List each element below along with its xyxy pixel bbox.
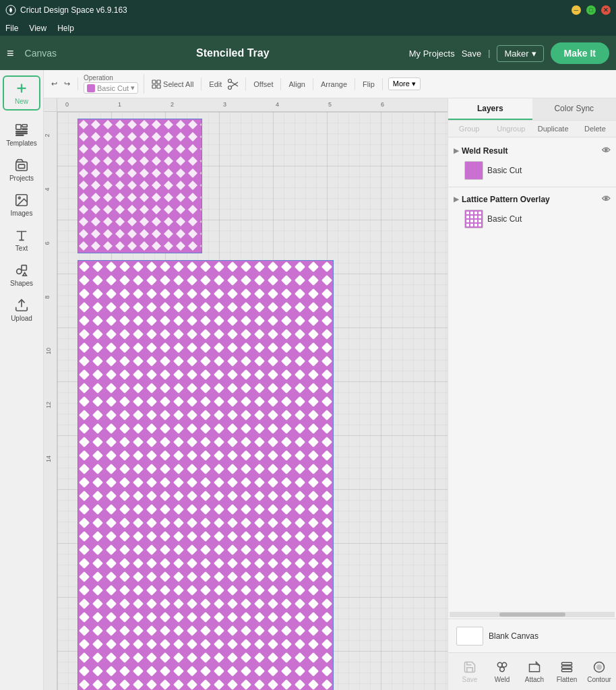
close-button[interactable]: ✕ bbox=[601, 5, 611, 15]
ruler-v-14: 14 bbox=[45, 456, 52, 462]
sidebar-images-label: Images bbox=[11, 210, 33, 217]
group-button[interactable]: Group bbox=[448, 121, 490, 137]
svg-rect-3 bbox=[16, 125, 21, 129]
lattice-thumbnail bbox=[464, 210, 483, 228]
canvas-wrapper: 0 1 2 3 4 5 6 2 4 6 8 bbox=[44, 98, 616, 690]
layer-group-weld-result-header[interactable]: ▶ Weld Result 👁 bbox=[448, 143, 616, 158]
svg-point-47 bbox=[502, 662, 507, 667]
scissors-icon bbox=[226, 77, 240, 91]
upload-icon bbox=[14, 298, 29, 313]
arrange-group: Arrange bbox=[319, 78, 355, 90]
basic-cut-selector[interactable]: Basic Cut ▾ bbox=[84, 82, 138, 94]
save-tool-icon bbox=[463, 660, 476, 674]
flip-button[interactable]: Flip bbox=[361, 78, 377, 90]
svg-rect-50 bbox=[562, 666, 572, 668]
minimize-button[interactable]: ─ bbox=[572, 5, 581, 15]
lattice-visibility-icon[interactable]: 👁 bbox=[602, 194, 611, 204]
layer-group-weld-result: ▶ Weld Result 👁 Basic Cut bbox=[448, 140, 616, 185]
menubar: File View Help bbox=[0, 20, 616, 36]
layer-actions: Group Ungroup Duplicate Delete bbox=[448, 121, 616, 137]
ruler-v-8: 8 bbox=[44, 295, 51, 299]
sidebar-text-label: Text bbox=[16, 245, 28, 252]
select-all-icon bbox=[152, 80, 161, 89]
content-area: ↩ ↪ Operation Basic Cut ▾ bbox=[44, 70, 616, 690]
svg-rect-6 bbox=[16, 131, 28, 132]
align-button[interactable]: Align bbox=[286, 78, 307, 90]
shapes-icon bbox=[14, 263, 29, 278]
arrange-button[interactable]: Arrange bbox=[319, 78, 349, 90]
contour-tool-button[interactable]: Contour bbox=[583, 658, 615, 686]
app-logo: Cricut Design Space v6.9.163 bbox=[5, 5, 127, 15]
canvas-preview-panel: Blank Canvas bbox=[448, 619, 616, 652]
sidebar-item-templates[interactable]: Templates bbox=[3, 119, 40, 151]
sidebar-item-text[interactable]: Text bbox=[3, 224, 40, 256]
sidebar-item-projects[interactable]: Projects bbox=[3, 154, 40, 186]
redo-button[interactable]: ↪ bbox=[62, 77, 72, 90]
svg-rect-14 bbox=[22, 265, 26, 270]
flatten-tool-button[interactable]: Flatten bbox=[551, 658, 583, 686]
right-panel: Layers Color Sync Group Ungroup Duplicat… bbox=[448, 98, 616, 690]
ruler-mark-0: 0 bbox=[65, 101, 69, 108]
project-title: Stenciled Tray bbox=[63, 47, 402, 59]
lattice-shape-large[interactable] bbox=[78, 260, 334, 690]
images-icon bbox=[14, 193, 29, 208]
ruler-top: 0 1 2 3 4 5 6 bbox=[57, 98, 448, 112]
canvas-label: Canvas bbox=[25, 48, 57, 59]
lattice-shape-small[interactable] bbox=[78, 119, 202, 253]
svg-rect-5 bbox=[22, 129, 27, 129]
svg-rect-51 bbox=[562, 669, 572, 671]
plus-icon bbox=[14, 81, 29, 96]
my-projects-button[interactable]: My Projects bbox=[409, 49, 455, 59]
small-lattice-svg bbox=[78, 119, 202, 253]
blank-canvas-preview bbox=[456, 627, 483, 646]
canvas-area[interactable] bbox=[57, 112, 448, 690]
layer-item-weld-basic-cut[interactable]: Basic Cut bbox=[448, 158, 616, 183]
tab-layers[interactable]: Layers bbox=[448, 98, 532, 120]
weld-tool-icon bbox=[495, 660, 509, 674]
duplicate-button[interactable]: Duplicate bbox=[532, 121, 574, 137]
svg-point-12 bbox=[18, 197, 20, 199]
weld-tool-button[interactable]: Weld bbox=[486, 658, 518, 686]
offset-button[interactable]: Offset bbox=[251, 78, 275, 90]
maximize-button[interactable]: □ bbox=[586, 5, 596, 15]
ruler-v-4: 4 bbox=[44, 187, 51, 191]
more-button[interactable]: More ▾ bbox=[388, 77, 421, 90]
select-all-button[interactable]: Select All bbox=[150, 77, 195, 91]
sidebar-item-upload[interactable]: Upload bbox=[3, 294, 40, 326]
weld-result-arrow: ▶ bbox=[454, 147, 459, 154]
header-divider: | bbox=[488, 49, 490, 58]
layers-scrollbar-thumb[interactable] bbox=[499, 613, 565, 617]
menu-file[interactable]: File bbox=[5, 24, 18, 33]
make-it-button[interactable]: Make It bbox=[551, 42, 609, 64]
attach-tool-button[interactable]: Attach bbox=[518, 658, 551, 686]
header-save-button[interactable]: Save bbox=[462, 49, 482, 59]
toolbar: ↩ ↪ Operation Basic Cut ▾ bbox=[44, 70, 616, 98]
svg-rect-16 bbox=[152, 80, 156, 84]
weld-result-visibility-icon[interactable]: 👁 bbox=[602, 146, 611, 156]
sidebar-item-new[interactable]: New bbox=[3, 75, 40, 111]
ruler-mark-6: 6 bbox=[381, 101, 384, 108]
sidebar-item-images[interactable]: Images bbox=[3, 189, 40, 221]
delete-button[interactable]: Delete bbox=[574, 121, 616, 137]
ruler-row: 0 1 2 3 4 5 6 bbox=[44, 98, 448, 112]
menu-help[interactable]: Help bbox=[57, 24, 74, 33]
svg-rect-19 bbox=[157, 85, 160, 88]
select-all-group: Select All bbox=[150, 77, 202, 91]
panel-tabs: Layers Color Sync bbox=[448, 98, 616, 121]
layer-item-lattice-basic-cut[interactable]: Basic Cut bbox=[448, 207, 616, 231]
svg-rect-4 bbox=[22, 125, 27, 127]
hamburger-menu-icon[interactable]: ≡ bbox=[7, 46, 14, 61]
lattice-arrow: ▶ bbox=[454, 195, 459, 203]
ruler-v-2: 2 bbox=[44, 133, 51, 137]
maker-button[interactable]: Maker ▾ bbox=[497, 45, 543, 62]
flatten-tool-icon bbox=[560, 660, 574, 674]
edit-button[interactable]: Edit bbox=[207, 78, 224, 90]
undo-button[interactable]: ↩ bbox=[49, 77, 59, 90]
svg-point-46 bbox=[497, 662, 502, 667]
menu-view[interactable]: View bbox=[29, 24, 47, 33]
sidebar-item-shapes[interactable]: Shapes bbox=[3, 259, 40, 291]
ungroup-button[interactable]: Ungroup bbox=[490, 121, 532, 137]
layer-group-lattice-header[interactable]: ▶ Lattice Pattern Overlay 👁 bbox=[448, 191, 616, 207]
save-tool-button[interactable]: Save bbox=[454, 658, 486, 686]
tab-color-sync[interactable]: Color Sync bbox=[532, 98, 617, 120]
